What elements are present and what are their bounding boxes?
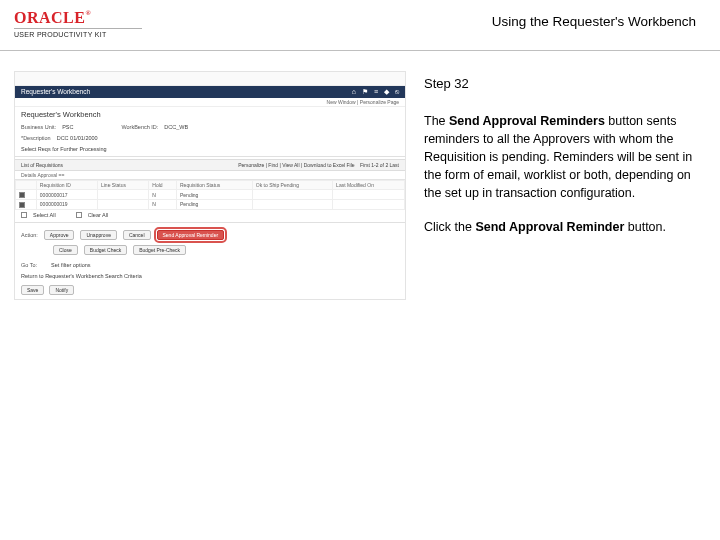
ss-desc-value: DCC 01/01/2000 xyxy=(57,135,98,142)
ss-app-banner: Requester's Workbench ⌂ ⚑ ≡ ◆ ⎋ xyxy=(15,86,405,98)
col-sel xyxy=(16,181,37,190)
ss-action-row-1: Action: Approve Unapprove Cancel Send Ap… xyxy=(15,225,405,245)
ss-action-row-2: Close Budget Check Budget Pre-Check xyxy=(15,245,405,260)
notify-button[interactable]: Notify xyxy=(49,285,74,295)
ss-browser-nav xyxy=(15,72,405,86)
page-title: Using the Requester's Workbench xyxy=(492,10,706,29)
table-row: 0000000019 N Pending xyxy=(16,199,405,209)
ss-select-reqs-label: Select Reqs for Further Processing xyxy=(21,146,107,153)
ss-action-label: Action: xyxy=(21,232,38,239)
ss-sub-links: New Window | Personalize Page xyxy=(15,98,405,107)
ss-page-heading: Requester's Workbench xyxy=(15,107,405,122)
ss-wb-label: WorkBench ID: xyxy=(121,124,158,131)
ss-divider xyxy=(15,222,405,223)
table-row: 0000000017 N Pending xyxy=(16,190,405,200)
step-label: Step 32 xyxy=(424,75,706,94)
ss-goto-row: Go To: Set filter options xyxy=(15,260,405,271)
instruction-paragraph-1: The Send Approval Reminders button sents… xyxy=(424,112,706,203)
ss-select-reqs-row: Select Reqs for Further Processing xyxy=(15,144,405,155)
logout-icon: ⎋ xyxy=(395,88,399,96)
ss-return-link[interactable]: Return to Requester's Workbench Search C… xyxy=(21,273,142,280)
budget-check-button[interactable]: Budget Check xyxy=(84,245,127,255)
approve-button[interactable]: Approve xyxy=(44,230,75,240)
instruction-column: Step 32 The Send Approval Reminders butt… xyxy=(424,71,706,300)
bold-term: Send Approval Reminders xyxy=(449,114,605,128)
ss-list-header: List of Requisitions Personalize | Find … xyxy=(15,159,405,171)
oracle-logo-block: ORACLE® USER PRODUCTIVITY KIT xyxy=(14,10,142,38)
ss-select-all[interactable]: Select All xyxy=(33,212,56,219)
col-reqid: Requisition ID xyxy=(36,181,97,190)
cancel-button[interactable]: Cancel xyxy=(123,230,151,240)
ss-divider xyxy=(15,156,405,157)
col-linestatus: Line Status xyxy=(97,181,148,190)
ss-goto-link[interactable]: Set filter options xyxy=(51,262,90,269)
table-header-row: Requisition ID Line Status Hold Requisit… xyxy=(16,181,405,190)
ss-return-row: Return to Requester's Workbench Search C… xyxy=(15,271,405,282)
col-hold: Hold xyxy=(149,181,177,190)
bold-term: Send Approval Reminder xyxy=(475,220,624,234)
send-approval-reminder-button[interactable]: Send Approval Reminder xyxy=(157,230,225,240)
instruction-paragraph-2: Click the Send Approval Reminder button. xyxy=(424,218,706,236)
ss-desc-row: *Description DCC 01/01/2000 xyxy=(15,133,405,144)
menu-icon: ≡ xyxy=(374,88,378,96)
ss-wb-value: DCC_WB xyxy=(164,124,188,131)
clear-all-checkbox[interactable] xyxy=(76,212,82,218)
ss-banner-title: Requester's Workbench xyxy=(21,88,90,96)
ss-tabs: Details Approval == xyxy=(15,171,405,180)
ss-goto-label: Go To: xyxy=(21,262,37,269)
home-icon: ⌂ xyxy=(352,88,356,96)
ss-bu-value: PSC xyxy=(62,124,73,131)
select-all-checkbox[interactable] xyxy=(21,212,27,218)
ss-clear-all[interactable]: Clear All xyxy=(88,212,108,219)
unapprove-button[interactable]: Unapprove xyxy=(80,230,116,240)
main-content: Requester's Workbench ⌂ ⚑ ≡ ◆ ⎋ New Wind… xyxy=(0,51,720,300)
close-button[interactable]: Close xyxy=(53,245,78,255)
registered-mark: ® xyxy=(85,9,91,17)
save-button[interactable]: Save xyxy=(21,285,44,295)
ss-list-title: List of Requisitions xyxy=(21,162,63,168)
budget-precheck-button[interactable]: Budget Pre-Check xyxy=(133,245,186,255)
embedded-app-screenshot: Requester's Workbench ⌂ ⚑ ≡ ◆ ⎋ New Wind… xyxy=(14,71,406,300)
col-lastmod: Last Modified On xyxy=(333,181,405,190)
badge-icon: ◆ xyxy=(384,88,389,96)
ss-desc-label: *Description xyxy=(21,135,51,142)
screenshot-column: Requester's Workbench ⌂ ⚑ ≡ ◆ ⎋ New Wind… xyxy=(14,71,406,300)
ss-bu-row: Business Unit: PSC WorkBench ID: DCC_WB xyxy=(15,122,405,133)
ss-req-table: Requisition ID Line Status Hold Requisit… xyxy=(15,180,405,209)
logo-divider xyxy=(14,28,142,29)
col-reqstatus: Requisition Status xyxy=(177,181,253,190)
col-oktoship: Ok to Ship Pending xyxy=(252,181,332,190)
page-header: ORACLE® USER PRODUCTIVITY KIT Using the … xyxy=(0,0,720,44)
checkbox-icon[interactable] xyxy=(19,202,25,208)
ss-select-clear-row: Select All Clear All xyxy=(15,210,405,221)
oracle-logo: ORACLE® xyxy=(14,10,91,26)
ss-bu-label: Business Unit: xyxy=(21,124,56,131)
upk-subtitle: USER PRODUCTIVITY KIT xyxy=(14,31,107,38)
flag-icon: ⚑ xyxy=(362,88,368,96)
ss-bottom-buttons: Save Notify xyxy=(15,281,405,299)
oracle-logo-text: ORACLE xyxy=(14,9,85,26)
checkbox-icon[interactable] xyxy=(19,192,25,198)
ss-list-meta: Personalize | Find | View All | Download… xyxy=(238,162,399,168)
ss-banner-icons: ⌂ ⚑ ≡ ◆ ⎋ xyxy=(352,88,399,96)
